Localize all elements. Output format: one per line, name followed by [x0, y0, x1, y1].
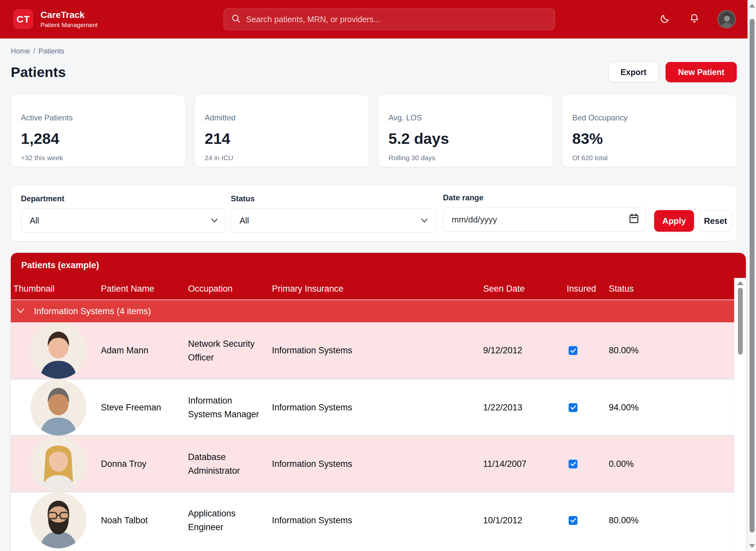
export-button[interactable]: Export	[608, 62, 659, 82]
date-input[interactable]: mm/dd/yyyy	[443, 207, 646, 231]
stat-value: 83%	[572, 129, 727, 147]
app-window: CT CareTrack Patient Management	[0, 0, 748, 551]
brand-name: CareTrack	[40, 10, 97, 20]
table-row[interactable]: Noah Talbot Applications Engineer Inform…	[11, 492, 734, 548]
stat-subtext: +32 this week	[21, 154, 175, 162]
seen-date-cell: 10/1/2012	[481, 515, 564, 526]
stat-subtext: Of 620 total	[572, 154, 727, 162]
patient-name-cell: Steve Freeman	[98, 403, 185, 413]
stat-label: Avg. LOS	[389, 113, 543, 122]
column-header-occupation[interactable]: Occupation	[185, 284, 269, 294]
insured-checkbox[interactable]	[569, 460, 577, 469]
insured-checkbox[interactable]	[569, 403, 577, 412]
patient-photo-avatar	[30, 492, 86, 548]
column-header-patient-name[interactable]: Patient Name	[98, 284, 185, 294]
breadcrumb-home[interactable]: Home	[11, 47, 30, 55]
patient-name-cell: Adam Mann	[98, 346, 185, 356]
stat-value: 1,284	[21, 129, 175, 147]
patient-photo-avatar	[30, 436, 86, 492]
stat-label: Admitted	[205, 113, 359, 122]
table-row[interactable]: Adam Mann Network Security Officer Infor…	[11, 322, 734, 379]
notifications-button[interactable]	[688, 13, 701, 25]
status-cell: 0.00%	[606, 459, 734, 469]
bell-icon	[689, 13, 700, 25]
chevron-down-icon	[421, 216, 428, 226]
status-select[interactable]: All	[231, 208, 436, 232]
page-scrollbar[interactable]	[748, 0, 756, 551]
brand-block: CareTrack Patient Management	[40, 10, 97, 29]
column-header-insured[interactable]: Insured	[564, 284, 606, 294]
group-label: Information Systems (4 items)	[34, 306, 151, 317]
stat-value: 5.2 days	[389, 129, 543, 147]
patient-name-cell: Noah Talbot	[98, 515, 185, 526]
occupation-cell: Information Systems Manager	[188, 394, 260, 421]
user-avatar[interactable]	[718, 10, 736, 28]
patient-photo-avatar	[30, 380, 86, 436]
apply-button[interactable]: Apply	[654, 210, 694, 231]
insured-checkbox[interactable]	[569, 346, 577, 355]
seen-date-cell: 9/12/2012	[481, 346, 564, 356]
page-title: Patients	[11, 64, 66, 80]
insured-checkbox[interactable]	[569, 516, 577, 525]
global-search[interactable]	[224, 8, 555, 30]
insurance-cell: Information Systems	[269, 346, 481, 356]
insurance-cell: Information Systems	[269, 515, 481, 526]
new-patient-button[interactable]: New Patient	[666, 62, 737, 82]
breadcrumb-separator: /	[33, 47, 35, 55]
table-header-row: Thumbnail Patient Name Occupation Primar…	[11, 278, 734, 300]
reset-button[interactable]: Reset	[699, 210, 732, 231]
table-body: Thumbnail Patient Name Occupation Primar…	[11, 278, 746, 551]
chevron-down-icon	[211, 216, 218, 226]
status-cell: 80.00%	[606, 346, 734, 356]
column-header-primary-insurance[interactable]: Primary Insurance	[269, 284, 481, 294]
occupation-cell: Applications Engineer	[188, 507, 260, 534]
table-row[interactable]: Steve Freeman Information Systems Manage…	[11, 379, 734, 435]
patient-photo-avatar	[30, 323, 86, 379]
column-header-status[interactable]: Status	[606, 284, 734, 294]
status-selected-value: All	[240, 216, 249, 226]
top-navigation-bar: CT CareTrack Patient Management	[0, 0, 748, 38]
status-label: Status	[231, 194, 436, 203]
occupation-cell: Network Security Officer	[188, 337, 260, 365]
table-row[interactable]: Donna Troy Database Administrator Inform…	[11, 435, 734, 492]
main-content: Home/Patients Patients Export New Patien…	[0, 47, 748, 551]
column-header-seen-date[interactable]: Seen Date	[481, 284, 564, 294]
filter-date-range: Date range mm/dd/yyyy	[443, 193, 646, 231]
filter-department: Department All	[21, 194, 226, 232]
filters-bar: Department All Status All Date	[11, 185, 737, 241]
stat-card-avg-los: Avg. LOS 5.2 days Rolling 30 days	[378, 95, 553, 167]
column-header-thumbnail[interactable]: Thumbnail	[11, 284, 98, 294]
dark-mode-toggle[interactable]	[659, 13, 671, 25]
topbar-actions	[659, 0, 736, 38]
seen-date-cell: 1/22/2013	[481, 403, 564, 413]
occupation-cell: Database Administrator	[188, 450, 260, 478]
stat-label: Bed Occupancy	[572, 113, 727, 122]
scroll-down-arrow-icon[interactable]	[749, 544, 755, 548]
table-scrollbar-thumb[interactable]	[738, 288, 743, 355]
breadcrumb-current: Patients	[38, 47, 65, 55]
filter-status: Status All	[231, 194, 436, 232]
insurance-cell: Information Systems	[269, 403, 481, 413]
page-scrollbar-thumb[interactable]	[749, 19, 754, 532]
stat-card-active-patients: Active Patients 1,284 +32 this week	[11, 95, 185, 167]
date-placeholder: mm/dd/yyyy	[452, 215, 497, 225]
page-header-row: Patients Export New Patient	[11, 62, 737, 82]
table-scrollbar[interactable]	[734, 278, 746, 551]
group-row-information-systems[interactable]: Information Systems (4 items)	[11, 300, 734, 322]
department-label: Department	[21, 194, 226, 203]
breadcrumb: Home/Patients	[11, 47, 737, 55]
search-input[interactable]	[246, 15, 547, 24]
seen-date-cell: 11/14/2007	[481, 459, 564, 469]
scroll-up-arrow-icon[interactable]	[749, 4, 755, 7]
department-select[interactable]: All	[21, 208, 226, 232]
status-cell: 94.00%	[606, 403, 734, 413]
patients-table-card: Patients (example) Thumbnail Patient Nam…	[11, 253, 746, 551]
app-logo: CT	[13, 9, 33, 29]
table-scroll-area: Thumbnail Patient Name Occupation Primar…	[11, 278, 734, 551]
moon-icon	[660, 13, 671, 25]
brand-tagline: Patient Management	[40, 22, 97, 29]
stat-label: Active Patients	[21, 113, 175, 122]
calendar-icon[interactable]	[629, 213, 639, 226]
stat-value: 214	[205, 129, 359, 147]
scroll-up-arrow-icon[interactable]	[737, 281, 744, 285]
